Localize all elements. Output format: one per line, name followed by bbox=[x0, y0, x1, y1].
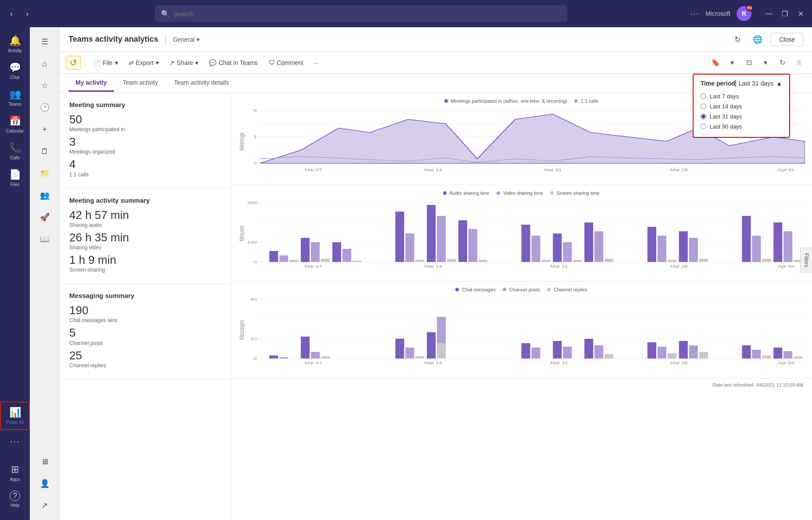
sec-nav-recent[interactable]: 🕐 bbox=[35, 98, 54, 117]
back-button[interactable]: ‹ bbox=[5, 7, 18, 20]
sec-nav-arrow[interactable]: ↗ bbox=[35, 496, 54, 515]
nav-files[interactable]: 📄 Files bbox=[0, 165, 30, 191]
view-chevron[interactable]: ▾ bbox=[758, 56, 773, 70]
screen-time-number: 1 h 9 min bbox=[69, 253, 221, 267]
svg-rect-48 bbox=[594, 231, 603, 262]
chart2-svg: Minutes 200 100 0 bbox=[238, 198, 805, 269]
svg-rect-26 bbox=[301, 238, 310, 262]
nav-chat[interactable]: 💬 Chat bbox=[0, 57, 30, 84]
sec-nav-user[interactable]: 👤 bbox=[35, 474, 54, 493]
tab-team-activity[interactable]: Team activity bbox=[116, 75, 165, 92]
time-period-7days[interactable]: Last 7 days bbox=[701, 93, 782, 100]
bookmark-button[interactable]: 🔖 bbox=[708, 56, 723, 70]
svg-rect-36 bbox=[437, 216, 446, 262]
general-dropdown[interactable]: General ▾ bbox=[173, 36, 200, 43]
sec-nav-home[interactable]: ⌂ bbox=[35, 54, 54, 73]
svg-rect-49 bbox=[605, 259, 613, 262]
app-header: Teams activity analytics | General ▾ ↻ 🌐… bbox=[60, 27, 812, 52]
svg-rect-28 bbox=[321, 259, 330, 262]
title-bar-right: ··· Microsoft R R1 — ❐ ✕ bbox=[690, 6, 807, 21]
sec-nav-people[interactable]: 👥 bbox=[35, 186, 54, 205]
refresh-button[interactable]: ↻ bbox=[730, 32, 744, 47]
legend-channel-replies: Channel replies bbox=[547, 287, 587, 292]
nav-help[interactable]: ? Help bbox=[0, 486, 30, 512]
share-button[interactable]: ↗ Share ▾ bbox=[165, 57, 203, 69]
svg-rect-39 bbox=[469, 229, 477, 262]
forward-button[interactable]: › bbox=[21, 7, 33, 20]
dashboard: Meeting summary 50 Meetings participated… bbox=[60, 93, 812, 520]
time-period-90days[interactable]: Last 90 days bbox=[701, 123, 782, 130]
file-icon: 📄 bbox=[93, 59, 100, 66]
svg-text:Mar 21: Mar 21 bbox=[551, 361, 568, 365]
legend-dot-screen bbox=[550, 191, 554, 195]
time-period-31days[interactable]: Last 31 days bbox=[701, 113, 782, 120]
tab-bar: My activity Team activity Team activity … bbox=[60, 74, 812, 93]
svg-rect-83 bbox=[427, 332, 436, 359]
meeting-summary-title: Meeting summary bbox=[69, 101, 221, 108]
nav-calendar-label: Calendar bbox=[6, 129, 24, 133]
svg-text:5: 5 bbox=[254, 108, 257, 113]
svg-text:Apr 04: Apr 04 bbox=[778, 361, 794, 365]
svg-rect-90 bbox=[563, 347, 572, 359]
sec-nav-book[interactable]: 📖 bbox=[35, 230, 54, 249]
minimize-button[interactable]: — bbox=[763, 7, 775, 20]
search-input[interactable] bbox=[173, 10, 561, 18]
channel-replies-label: Channel replies bbox=[69, 362, 221, 369]
time-period-header: Time period Last 31 days ▲ bbox=[701, 80, 782, 87]
comment-button[interactable]: 🗨 Comment bbox=[264, 57, 308, 69]
view-button[interactable]: ⊡ bbox=[742, 56, 756, 70]
tab-team-activity-details[interactable]: Team activity details bbox=[167, 75, 236, 92]
svg-rect-75 bbox=[269, 355, 278, 359]
more-toolbar-button[interactable]: ··· bbox=[309, 57, 323, 69]
svg-text:0: 0 bbox=[254, 260, 257, 264]
close-button[interactable]: Close bbox=[771, 33, 803, 46]
filters-tab[interactable]: Filters bbox=[800, 247, 812, 273]
sec-nav-hamburger[interactable]: ☰ bbox=[35, 32, 54, 51]
close-window-button[interactable]: ✕ bbox=[794, 7, 807, 20]
sec-nav-monitor[interactable]: 🖥 bbox=[35, 452, 54, 471]
legend-dot-audio bbox=[443, 191, 447, 195]
nav-apps[interactable]: ⊞ Apps bbox=[0, 459, 30, 486]
bookmark-chevron[interactable]: ▾ bbox=[725, 56, 739, 70]
undo-button[interactable]: ↺ bbox=[66, 56, 81, 70]
svg-rect-34 bbox=[415, 260, 424, 262]
sec-nav-folder[interactable]: 📁 bbox=[35, 164, 54, 183]
meetings-organized-stat: 3 Meetings organized bbox=[69, 135, 221, 155]
nav-calendar[interactable]: 📅 Calendar bbox=[0, 111, 30, 138]
svg-text:Minutes: Minutes bbox=[239, 226, 246, 241]
svg-rect-42 bbox=[531, 236, 540, 262]
globe-button[interactable]: 🌐 bbox=[751, 32, 765, 47]
nav-more[interactable]: ··· bbox=[0, 432, 30, 451]
sec-nav-star[interactable]: ☆ bbox=[35, 76, 54, 95]
calls-icon: 📞 bbox=[9, 142, 21, 154]
help-icon: ? bbox=[10, 491, 20, 501]
legend-dot-chat bbox=[455, 288, 459, 291]
chat-in-teams-button[interactable]: 💬 Chat in Teams bbox=[204, 57, 262, 69]
nav-help-label: Help bbox=[11, 503, 20, 508]
export-button[interactable]: ⇄ Export ▾ bbox=[124, 57, 163, 69]
legend-channel-posts: Channel posts bbox=[503, 287, 540, 292]
nav-teams[interactable]: 👥 Teams bbox=[0, 84, 30, 111]
messaging-title: Messaging summary bbox=[69, 292, 221, 299]
svg-text:40: 40 bbox=[250, 297, 257, 301]
refresh2-button[interactable]: ↻ bbox=[775, 56, 789, 70]
sec-nav-rocket[interactable]: 🚀 bbox=[35, 208, 54, 227]
channel-replies-number: 25 bbox=[69, 349, 221, 362]
nav-teams-label: Teams bbox=[8, 102, 21, 107]
nav-powerbi[interactable]: 📊 Power BI bbox=[0, 402, 30, 430]
legend-chat-msgs: Chat messages bbox=[455, 287, 495, 292]
nav-activity[interactable]: 🔔 Activity bbox=[0, 31, 30, 57]
more-options-button[interactable]: ··· bbox=[690, 9, 699, 18]
file-button[interactable]: 📄 File ▾ bbox=[89, 57, 122, 69]
chart3-legend: Chat messages Channel posts Channel repl… bbox=[238, 287, 805, 292]
svg-text:Meetings: Meetings bbox=[239, 133, 246, 151]
nav-calls[interactable]: 📞 Calls bbox=[0, 138, 30, 165]
star-button[interactable]: ☆ bbox=[792, 56, 806, 70]
svg-rect-82 bbox=[415, 356, 424, 359]
tab-my-activity[interactable]: My activity bbox=[68, 75, 114, 92]
maximize-button[interactable]: ❐ bbox=[779, 7, 791, 20]
sec-nav-add[interactable]: + bbox=[35, 120, 54, 139]
sec-nav-notes[interactable]: 🗒 bbox=[35, 142, 54, 161]
search-bar[interactable]: 🔍 bbox=[155, 5, 567, 22]
time-period-14days[interactable]: Last 14 days bbox=[701, 103, 782, 110]
